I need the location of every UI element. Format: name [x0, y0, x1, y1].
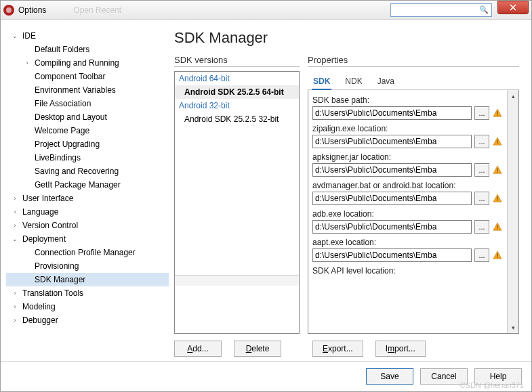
add-button[interactable]: Add...: [174, 341, 222, 357]
chevron-right-icon[interactable]: ›: [10, 302, 20, 311]
tree-spacer: [22, 85, 32, 95]
chevron-down-icon[interactable]: ⌄: [10, 31, 20, 41]
chevron-right-icon[interactable]: ›: [10, 221, 20, 230]
field-label: SDK API level location:: [312, 266, 503, 276]
sdk-group[interactable]: Android 64-bit: [175, 72, 299, 85]
browse-button[interactable]: ...: [474, 192, 489, 205]
tree-item-file-association[interactable]: File Association: [6, 97, 169, 110]
tree-spacer: [22, 112, 32, 122]
tree-item-translation-tools[interactable]: ›Translation Tools: [6, 286, 169, 300]
svg-rect-9: [497, 225, 497, 227]
tree-item-environment-variables[interactable]: Environment Variables: [6, 83, 169, 97]
sdk-group[interactable]: Android 32-bit: [175, 99, 299, 112]
tree-item-debugger[interactable]: ›Debugger: [6, 313, 169, 327]
horizontal-scrollbar[interactable]: [175, 275, 299, 286]
tree-item-label: Environment Variables: [32, 83, 119, 97]
import-button[interactable]: Import...: [375, 341, 426, 357]
tab-java[interactable]: Java: [376, 74, 396, 89]
path-input[interactable]: [312, 192, 472, 205]
tree-item-label: LiveBindings: [32, 151, 83, 165]
svg-rect-6: [497, 172, 497, 173]
path-input[interactable]: [312, 248, 472, 262]
tree-item-connection-profile-manager[interactable]: Connection Profile Manager: [6, 246, 169, 259]
tree-item-label: Default Folders: [32, 43, 92, 56]
svg-rect-7: [497, 196, 497, 199]
tree-item-modeling[interactable]: ›Modeling: [6, 300, 169, 313]
tree-spacer: [22, 99, 32, 108]
cancel-button[interactable]: Cancel: [420, 368, 468, 385]
tree-item-welcome-page[interactable]: Welcome Page: [6, 124, 169, 137]
tree-item-component-toolbar[interactable]: Component Toolbar: [6, 70, 169, 83]
tree-spacer: [22, 153, 32, 162]
field-label: aapt.exe location:: [312, 238, 503, 247]
tree-item-ide[interactable]: ⌄IDE: [6, 29, 169, 43]
sdk-item[interactable]: Android SDK 25.2.5 32-bit: [175, 112, 299, 126]
sdk-versions-list[interactable]: Android 64-bitAndroid SDK 25.2.5 64-bitA…: [174, 71, 300, 334]
tree-item-language[interactable]: ›Language: [6, 205, 169, 219]
warning-icon: [492, 193, 503, 204]
tab-sdk[interactable]: SDK: [312, 74, 331, 90]
property-field: aapt.exe location:...: [312, 238, 503, 262]
warning-icon: [492, 221, 503, 232]
tree-item-version-control[interactable]: ›Version Control: [6, 219, 169, 232]
tree-item-livebindings[interactable]: LiveBindings: [6, 151, 169, 165]
tree-item-project-upgrading[interactable]: Project Upgrading: [6, 137, 169, 151]
scroll-up-icon[interactable]: ▴: [508, 90, 518, 102]
sdk-versions-title: SDK versions: [174, 55, 300, 67]
tree-item-sdk-manager[interactable]: SDK Manager: [6, 273, 169, 286]
properties-title: Properties: [308, 55, 519, 67]
tree-item-provisioning[interactable]: Provisioning: [6, 259, 169, 273]
path-input[interactable]: [312, 220, 472, 234]
save-button[interactable]: Save: [366, 368, 413, 385]
options-tree[interactable]: ⌄IDEDefault Folders›Compiling and Runnin…: [6, 25, 169, 361]
tab-ndk[interactable]: NDK: [344, 74, 363, 89]
browse-button[interactable]: ...: [474, 163, 489, 177]
chevron-right-icon[interactable]: ›: [10, 288, 20, 298]
path-input[interactable]: [312, 163, 472, 177]
tree-item-compiling-and-running[interactable]: ›Compiling and Running: [6, 56, 169, 70]
chevron-right-icon[interactable]: ›: [10, 207, 20, 217]
tree-item-desktop-and-layout[interactable]: Desktop and Layout: [6, 110, 169, 124]
warning-icon: [492, 136, 503, 147]
tree-item-label: Saving and Recovering: [32, 165, 121, 178]
chevron-right-icon[interactable]: ›: [10, 194, 20, 203]
path-input[interactable]: [312, 106, 472, 120]
vertical-scrollbar[interactable]: ▴ ▾: [507, 90, 518, 333]
tree-item-label: SDK Manager: [32, 273, 88, 286]
help-button[interactable]: Help: [474, 368, 522, 385]
browse-button[interactable]: ...: [474, 220, 489, 234]
tree-item-user-interface[interactable]: ›User Interface: [6, 192, 169, 205]
scroll-down-icon[interactable]: ▾: [508, 322, 518, 333]
delete-button[interactable]: Delete: [234, 341, 281, 357]
search-input[interactable]: 🔍: [390, 3, 492, 17]
chevron-down-icon[interactable]: ⌄: [10, 234, 20, 244]
titlebar: Options Open Recent 🔍: [1, 1, 531, 20]
tree-spacer: [22, 139, 32, 149]
properties-panel: Properties SDKNDKJava SDK base path:...z…: [308, 55, 519, 334]
sdk-item[interactable]: Android SDK 25.2.5 64-bit: [175, 85, 299, 99]
tree-item-label: Translation Tools: [20, 286, 86, 300]
chevron-right-icon[interactable]: ›: [10, 315, 20, 325]
tree-item-label: Debugger: [20, 313, 61, 327]
property-field: SDK API level location:: [312, 266, 503, 276]
warning-icon: [492, 250, 503, 261]
path-input[interactable]: [312, 135, 472, 148]
export-button[interactable]: Export...: [312, 341, 363, 357]
svg-rect-3: [497, 139, 497, 142]
tree-spacer: [22, 180, 32, 190]
tree-item-default-folders[interactable]: Default Folders: [6, 43, 169, 56]
tree-spacer: [22, 72, 32, 81]
property-field: avdmanager.bat or android.bat location:.…: [312, 181, 503, 205]
tree-item-getit-package-manager[interactable]: GetIt Package Manager: [6, 178, 169, 192]
browse-button[interactable]: ...: [474, 248, 489, 262]
svg-rect-11: [497, 253, 497, 256]
browse-button[interactable]: ...: [474, 106, 489, 120]
tree-item-deployment[interactable]: ⌄Deployment: [6, 232, 169, 246]
tree-item-saving-and-recovering[interactable]: Saving and Recovering: [6, 165, 169, 178]
search-icon: 🔍: [479, 5, 489, 14]
close-button[interactable]: [497, 1, 529, 14]
browse-button[interactable]: ...: [474, 135, 489, 148]
chevron-right-icon[interactable]: ›: [22, 58, 32, 68]
tree-item-label: GetIt Package Manager: [32, 178, 123, 192]
tree-spacer: [22, 167, 32, 176]
